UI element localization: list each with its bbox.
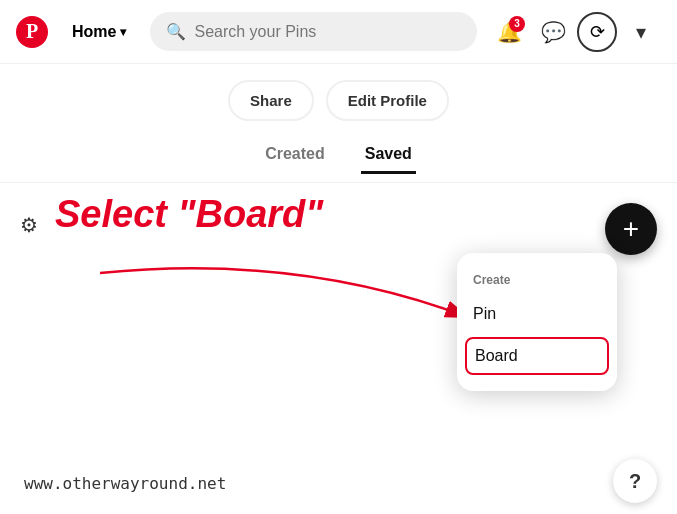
annotation-text: Select "Board" <box>55 193 323 236</box>
home-label: Home <box>72 23 116 41</box>
chevron-down-icon: ▾ <box>120 25 126 39</box>
pinterest-logo[interactable]: P <box>16 16 48 48</box>
avatar-button[interactable]: ⟳ <box>577 12 617 52</box>
avatar-icon: ⟳ <box>590 21 605 43</box>
plus-icon: + <box>623 213 639 245</box>
main-content: ⚙ + Select "Board" Create Pin Board www.… <box>0 203 677 514</box>
tabs: Created Saved <box>0 129 677 183</box>
notification-button[interactable]: 🔔 3 <box>489 12 529 52</box>
header: P Home ▾ 🔍 🔔 3 💬 ⟳ ▾ <box>0 0 677 64</box>
annotation-arrow <box>100 263 480 353</box>
help-button[interactable]: ? <box>613 459 657 503</box>
pinterest-p: P <box>26 20 38 43</box>
profile-actions: Share Edit Profile <box>0 64 677 129</box>
share-button[interactable]: Share <box>228 80 314 121</box>
header-icons: 🔔 3 💬 ⟳ ▾ <box>489 12 661 52</box>
tab-created[interactable]: Created <box>261 137 329 174</box>
home-button[interactable]: Home ▾ <box>60 15 138 49</box>
create-dropdown: Create Pin Board <box>457 253 617 391</box>
notification-badge: 3 <box>509 16 525 32</box>
question-mark-icon: ? <box>629 470 641 493</box>
watermark: www.otherwayround.net <box>24 474 226 493</box>
filter-icon[interactable]: ⚙ <box>20 213 38 237</box>
search-bar[interactable]: 🔍 <box>150 12 477 51</box>
create-fab-button[interactable]: + <box>605 203 657 255</box>
chevron-down-icon: ▾ <box>636 20 646 44</box>
search-input[interactable] <box>194 23 461 41</box>
edit-profile-button[interactable]: Edit Profile <box>326 80 449 121</box>
dropdown-pin-item[interactable]: Pin <box>457 295 617 333</box>
search-icon: 🔍 <box>166 22 186 41</box>
tab-saved[interactable]: Saved <box>361 137 416 174</box>
chat-button[interactable]: 💬 <box>533 12 573 52</box>
chat-icon: 💬 <box>541 20 566 44</box>
account-menu-button[interactable]: ▾ <box>621 12 661 52</box>
dropdown-board-item[interactable]: Board <box>465 337 609 375</box>
dropdown-create-label: Create <box>457 265 617 295</box>
